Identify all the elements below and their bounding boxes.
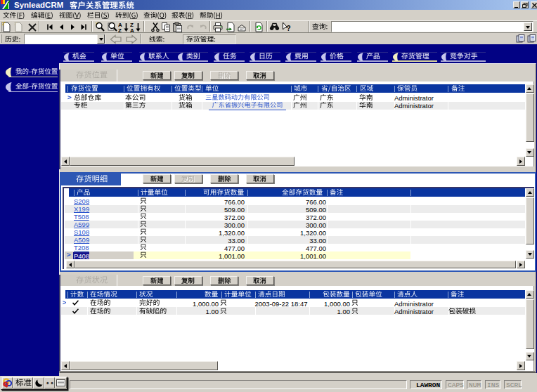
svg-text:?: ? — [287, 25, 291, 32]
svg-text:Z: Z — [118, 27, 122, 32]
svg-text:A: A — [130, 27, 134, 32]
